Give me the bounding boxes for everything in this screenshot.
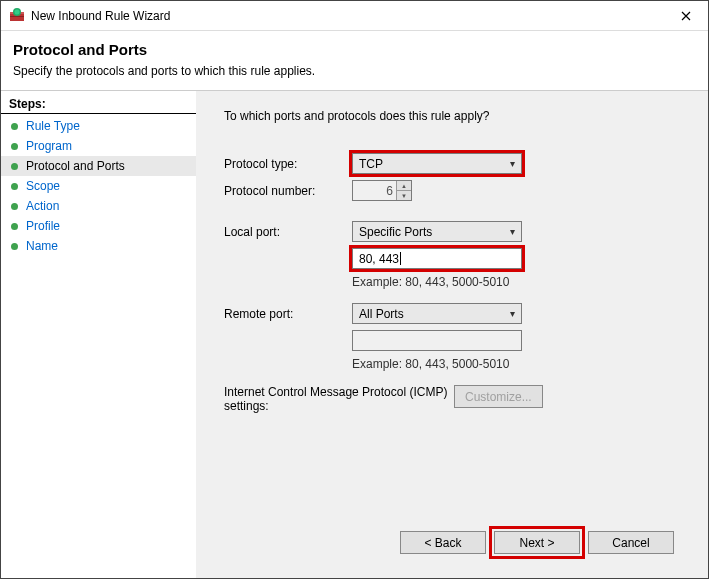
page-subtitle: Specify the protocols and ports to which… — [13, 64, 696, 78]
local-port-example: Example: 80, 443, 5000-5010 — [352, 275, 688, 289]
wizard-window: New Inbound Rule Wizard Protocol and Por… — [0, 0, 709, 579]
step-label: Scope — [26, 179, 60, 193]
spin-controls: ▲ ▼ — [396, 181, 411, 200]
remote-port-select[interactable]: All Ports ▾ — [352, 303, 522, 324]
remote-port-input-row — [224, 330, 688, 351]
wizard-footer: < Back Next > Cancel — [224, 521, 688, 568]
icmp-row: Internet Control Message Protocol (ICMP)… — [224, 385, 688, 413]
step-label: Action — [26, 199, 59, 213]
step-program[interactable]: Program — [1, 136, 196, 156]
protocol-type-row: Protocol type: TCP ▾ — [224, 153, 688, 174]
back-button[interactable]: < Back — [400, 531, 486, 554]
steps-title: Steps: — [1, 97, 196, 114]
bullet-icon — [11, 163, 18, 170]
step-label: Program — [26, 139, 72, 153]
back-label: < Back — [424, 536, 461, 550]
step-name[interactable]: Name — [1, 236, 196, 256]
wizard-body: Steps: Rule Type Program Protocol and Po… — [1, 91, 708, 578]
steps-sidebar: Steps: Rule Type Program Protocol and Po… — [1, 91, 196, 578]
protocol-type-label: Protocol type: — [224, 157, 352, 171]
protocol-number-spinner: 6 ▲ ▼ — [352, 180, 412, 201]
next-label: Next > — [519, 536, 554, 550]
svg-point-4 — [15, 9, 20, 14]
cancel-button[interactable]: Cancel — [588, 531, 674, 554]
protocol-type-select[interactable]: TCP ▾ — [352, 153, 522, 174]
bullet-icon — [11, 243, 18, 250]
wizard-header: Protocol and Ports Specify the protocols… — [1, 31, 708, 86]
step-rule-type[interactable]: Rule Type — [1, 116, 196, 136]
step-label: Profile — [26, 219, 60, 233]
customize-button: Customize... — [454, 385, 543, 408]
text-caret — [400, 252, 401, 265]
local-port-input[interactable]: 80, 443 — [352, 248, 522, 269]
next-button[interactable]: Next > — [494, 531, 580, 554]
question-text: To which ports and protocols does this r… — [224, 109, 688, 123]
content-panel: To which ports and protocols does this r… — [196, 91, 708, 578]
remote-port-example: Example: 80, 443, 5000-5010 — [352, 357, 688, 371]
page-title: Protocol and Ports — [13, 41, 696, 58]
step-scope[interactable]: Scope — [1, 176, 196, 196]
cancel-label: Cancel — [612, 536, 649, 550]
step-label: Rule Type — [26, 119, 80, 133]
spin-down-icon: ▼ — [397, 191, 411, 200]
step-label: Name — [26, 239, 58, 253]
local-port-value: 80, 443 — [359, 252, 399, 266]
bullet-icon — [11, 143, 18, 150]
bullet-icon — [11, 183, 18, 190]
local-port-input-row: 80, 443 — [224, 248, 688, 269]
local-port-label: Local port: — [224, 225, 352, 239]
svg-rect-2 — [10, 16, 24, 17]
remote-port-select-value: All Ports — [359, 307, 404, 321]
title-bar: New Inbound Rule Wizard — [1, 1, 708, 31]
remote-port-input — [352, 330, 522, 351]
local-port-select[interactable]: Specific Ports ▾ — [352, 221, 522, 242]
bullet-icon — [11, 223, 18, 230]
chevron-down-icon: ▾ — [510, 158, 515, 169]
protocol-number-label: Protocol number: — [224, 184, 352, 198]
step-label: Protocol and Ports — [26, 159, 125, 173]
step-action[interactable]: Action — [1, 196, 196, 216]
remote-port-row: Remote port: All Ports ▾ — [224, 303, 688, 324]
step-protocol-and-ports[interactable]: Protocol and Ports — [1, 156, 196, 176]
local-port-row: Local port: Specific Ports ▾ — [224, 221, 688, 242]
spin-up-icon: ▲ — [397, 181, 411, 191]
protocol-number-value: 6 — [386, 184, 393, 198]
protocol-number-row: Protocol number: 6 ▲ ▼ — [224, 180, 688, 201]
local-port-select-value: Specific Ports — [359, 225, 432, 239]
customize-label: Customize... — [465, 390, 532, 404]
step-profile[interactable]: Profile — [1, 216, 196, 236]
content-inner: To which ports and protocols does this r… — [224, 109, 688, 521]
protocol-type-value: TCP — [359, 157, 383, 171]
chevron-down-icon: ▾ — [510, 226, 515, 237]
next-button-highlight: Next > — [494, 531, 580, 554]
firewall-icon — [9, 8, 25, 24]
icmp-label: Internet Control Message Protocol (ICMP)… — [224, 385, 454, 413]
chevron-down-icon: ▾ — [510, 308, 515, 319]
bullet-icon — [11, 123, 18, 130]
remote-port-label: Remote port: — [224, 307, 352, 321]
bullet-icon — [11, 203, 18, 210]
close-button[interactable] — [666, 2, 706, 30]
window-title: New Inbound Rule Wizard — [31, 9, 666, 23]
